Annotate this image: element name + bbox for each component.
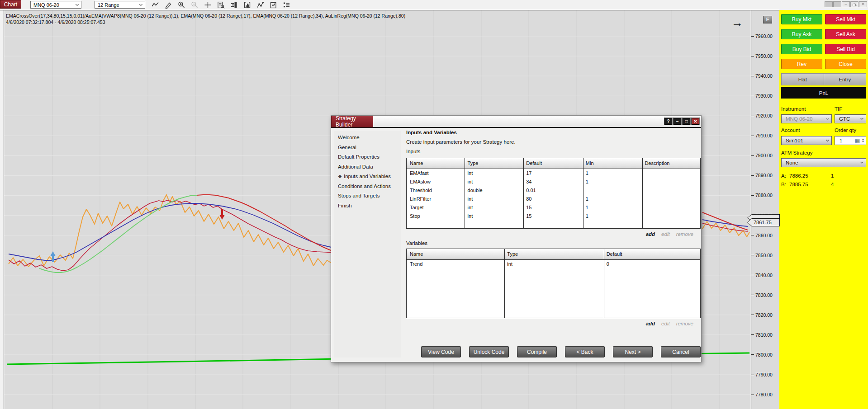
column-header-type[interactable]: Type (504, 249, 603, 259)
buy-mkt-button[interactable]: Buy Mkt (781, 14, 822, 24)
dialog-sidebar: WelcomeGeneralDefault PropertiesAddition… (334, 131, 401, 357)
axis-tick (751, 315, 754, 315)
window-extra-button-1[interactable] (825, 1, 833, 7)
unlock-code-button[interactable]: Unlock Code (469, 346, 509, 357)
column-header-name[interactable]: Name (407, 249, 504, 259)
ask-quote-row: A:7886.251 (781, 171, 834, 180)
price-axis[interactable]: 7960.007950.007940.007930.007920.007910.… (751, 10, 779, 409)
sidebar-item-conditions-and-actions[interactable]: Conditions and Actions (334, 182, 401, 192)
table-row[interactable]: LinRFilterint801 (407, 195, 700, 203)
table-cell: int (504, 260, 603, 268)
axis-tick (751, 375, 754, 375)
period-select[interactable]: 12 Range (95, 1, 145, 9)
report-icon[interactable] (217, 1, 225, 9)
column-header-default[interactable]: Default (603, 249, 700, 259)
rev-button[interactable]: Rev (781, 59, 822, 69)
chart-trader-icon[interactable] (230, 1, 238, 9)
sell-bid-button[interactable]: Sell Bid (825, 44, 866, 54)
sidebar-item-default-properties[interactable]: Default Properties (334, 152, 401, 162)
table-cell (641, 169, 700, 178)
quantity-spin-buttons[interactable]: ▲▼ (862, 138, 864, 143)
axis-tick (751, 116, 754, 116)
axis-tick (751, 275, 754, 275)
table-row[interactable]: EMAfastint171 (407, 169, 700, 178)
remove-link[interactable]: remove (676, 231, 693, 237)
window-minimize-button[interactable]: – (842, 1, 850, 7)
table-row[interactable]: EMAslowint341 (407, 178, 700, 186)
compile-button[interactable]: Compile (517, 346, 557, 357)
table-row[interactable]: Trendint0 (407, 260, 700, 268)
column-header-default[interactable]: Default (523, 158, 583, 169)
instrument-select[interactable]: MNQ 06-20 (30, 1, 81, 9)
draw-icon[interactable] (164, 1, 172, 9)
table-cell (583, 186, 642, 195)
sidebar-item-label: Conditions and Actions (338, 183, 391, 189)
window-extra-button-2[interactable] (833, 1, 841, 7)
column-header-type[interactable]: Type (465, 158, 523, 169)
column-header-name[interactable]: Name (407, 158, 465, 169)
calculator-icon[interactable]: ▦ (855, 138, 860, 143)
indicators-icon[interactable] (243, 1, 251, 9)
add-link[interactable]: add (646, 231, 655, 237)
panel-instrument-select[interactable]: MNQ 06-20 (781, 114, 832, 123)
add-link[interactable]: add (646, 321, 655, 326)
atm-strategy-select[interactable]: None (781, 158, 866, 167)
trendline-icon[interactable] (151, 1, 159, 9)
table-cell: 1 (583, 195, 642, 203)
close-button[interactable]: Close (825, 59, 866, 69)
axis-tick (751, 334, 754, 335)
list-icon[interactable] (282, 1, 290, 9)
table-row[interactable]: Targetint151 (407, 203, 700, 212)
edit-link[interactable]: edit (661, 321, 670, 326)
scroll-to-end-arrow[interactable]: → (731, 17, 743, 28)
sidebar-item-welcome[interactable]: Welcome (334, 133, 401, 143)
window-restore-button[interactable] (850, 1, 859, 7)
window-close-button[interactable]: ✕ (859, 1, 867, 7)
sidebar-item-finish[interactable]: Finish (334, 201, 401, 211)
chevron-down-icon (860, 160, 863, 164)
chart-window-tab[interactable]: Chart (0, 0, 21, 9)
column-header-description[interactable]: Description (641, 158, 700, 169)
sidebar-item-stops-and-targets[interactable]: Stops and Targets (334, 191, 401, 201)
sell-ask-button[interactable]: Sell Ask (825, 29, 866, 39)
edit-link[interactable]: edit (661, 231, 670, 237)
sidebar-item-general[interactable]: General (334, 143, 401, 153)
crosshair-icon[interactable] (204, 1, 212, 9)
instrument-label: Instrument (781, 106, 806, 112)
remove-link[interactable]: remove (676, 321, 693, 326)
back-button[interactable]: < Back (565, 346, 605, 357)
properties-icon[interactable] (269, 1, 277, 9)
table-cell: Target (407, 203, 465, 212)
sell-mkt-button[interactable]: Sell Mkt (825, 14, 866, 24)
axis-tick (751, 155, 754, 156)
chevron-down-icon (76, 2, 79, 5)
strategies-icon[interactable] (256, 1, 264, 9)
view-code-button[interactable]: View Code (421, 346, 461, 357)
buy-bid-button[interactable]: Buy Bid (781, 44, 822, 54)
f-button[interactable]: F (763, 16, 772, 24)
account-select[interactable]: Sim101 (781, 136, 832, 145)
table-row[interactable]: Thresholddouble0.01 (407, 186, 700, 195)
quantity-stepper[interactable]: 1 ▦ ▲▼ (835, 136, 866, 145)
sidebar-item-inputs-and-variables[interactable]: ❖Inputs and Variables (334, 172, 401, 182)
bid-quote-row: B:7885.754 (781, 180, 834, 188)
account-value: Sim101 (786, 138, 803, 143)
variables-table[interactable]: NameTypeDefaultTrendint0 (406, 249, 701, 318)
spin-down-icon[interactable]: ▼ (862, 141, 864, 143)
next-button[interactable]: Next > (613, 346, 653, 357)
zoom-in-icon[interactable] (177, 1, 185, 9)
cancel-button[interactable]: Cancel (661, 346, 701, 357)
axis-tick (751, 96, 754, 96)
buy-ask-button[interactable]: Buy Ask (781, 29, 822, 39)
zoom-out-icon[interactable] (190, 1, 199, 9)
column-header-min[interactable]: Min (583, 158, 642, 169)
sidebar-item-additional-data[interactable]: Additional Data (334, 162, 401, 172)
inputs-table[interactable]: NameTypeDefaultMinDescriptionEMAfastint1… (406, 158, 701, 229)
tif-select[interactable]: GTC (835, 114, 866, 123)
table-row[interactable]: Stopint151 (407, 212, 700, 221)
table-cell: 1 (583, 178, 642, 186)
chart-date-range-label: 4/6/2020 07:32:17.804 - 4/6/2020 08:25:0… (6, 19, 105, 25)
selected-step-icon: ❖ (338, 174, 342, 179)
sidebar-item-label: Additional Data (338, 164, 373, 169)
axis-tick (751, 56, 754, 56)
